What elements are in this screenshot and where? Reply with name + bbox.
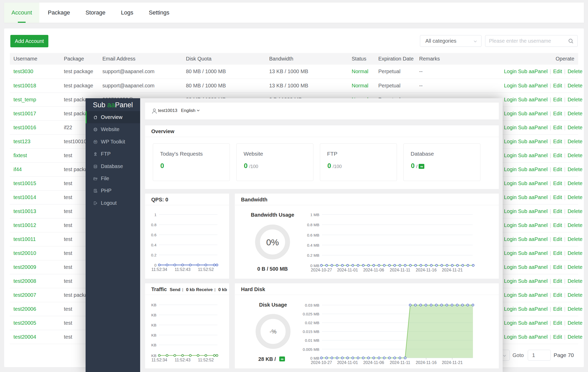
svg-text:W: W [94, 141, 97, 143]
svg-text:0 MB: 0 MB [310, 356, 319, 360]
svg-text:11:52:52: 11:52:52 [198, 267, 214, 272]
svg-text:0.6: 0.6 [151, 233, 156, 237]
svg-text:2024-11-11: 2024-11-11 [390, 268, 410, 272]
svg-text:0.4 MB: 0.4 MB [307, 243, 319, 247]
svg-text:1 MB: 1 MB [310, 212, 319, 217]
svg-text:2024-11-01: 2024-11-01 [337, 268, 358, 272]
svg-text:2024-11-16: 2024-11-16 [416, 360, 437, 365]
svg-text:11:52:43: 11:52:43 [175, 267, 190, 272]
svg-text:0.025 MB: 0.025 MB [303, 312, 319, 316]
svg-text:11:52:43: 11:52:43 [175, 358, 190, 362]
svg-text:0 B / 500 MB: 0 B / 500 MB [257, 266, 288, 272]
svg-text:2024-11-21: 2024-11-21 [442, 360, 463, 365]
svg-text:0.02 MB: 0.02 MB [305, 321, 319, 325]
svg-text:2024-10-27: 2024-10-27 [311, 268, 332, 272]
svg-text:0%: 0% [266, 237, 279, 247]
svg-text:KB: KB [151, 313, 156, 317]
svg-text:11:52:34: 11:52:34 [151, 358, 167, 362]
svg-text:2024-11-06: 2024-11-06 [363, 268, 384, 272]
svg-text:KB: KB [151, 333, 156, 337]
svg-text:KB: KB [151, 323, 156, 327]
svg-text:0.015 MB: 0.015 MB [303, 329, 319, 334]
svg-text:KB: KB [151, 303, 156, 307]
svg-text:KB: KB [151, 353, 156, 358]
svg-text:Bandwidth Usage: Bandwidth Usage [251, 212, 294, 218]
svg-text:∞: ∞ [281, 357, 284, 361]
svg-text:11:52:52: 11:52:52 [198, 358, 214, 362]
svg-text:2024-11-21: 2024-11-21 [442, 268, 463, 272]
svg-text:Disk Usage: Disk Usage [259, 302, 287, 308]
svg-text:0.8 MB: 0.8 MB [307, 223, 319, 227]
svg-text:0.01 MB: 0.01 MB [305, 338, 319, 343]
svg-text:0: 0 [154, 263, 156, 267]
svg-text:-%: -% [270, 328, 277, 335]
svg-text:1: 1 [154, 212, 156, 217]
svg-text:0.2: 0.2 [151, 253, 156, 257]
svg-text:2024-11-16: 2024-11-16 [416, 268, 437, 272]
svg-text:0.6 MB: 0.6 MB [307, 233, 319, 237]
svg-text:11:52:34: 11:52:34 [151, 267, 167, 272]
svg-text:0 MB: 0 MB [310, 263, 319, 268]
svg-text:2024-11-01: 2024-11-01 [337, 360, 358, 365]
svg-text:2024-11-11: 2024-11-11 [390, 360, 410, 365]
svg-text:2024-11-06: 2024-11-06 [363, 360, 384, 365]
svg-text:0.005 MB: 0.005 MB [303, 347, 319, 352]
svg-text:0.03 MB: 0.03 MB [305, 303, 319, 307]
svg-text:2024-10-27: 2024-10-27 [311, 360, 332, 365]
svg-text:28 KB /: 28 KB / [258, 356, 276, 362]
svg-text:0.2 MB: 0.2 MB [307, 253, 319, 257]
svg-text:KB: KB [151, 343, 156, 347]
svg-text:0.8: 0.8 [151, 223, 156, 227]
svg-text:0.4: 0.4 [151, 243, 156, 247]
